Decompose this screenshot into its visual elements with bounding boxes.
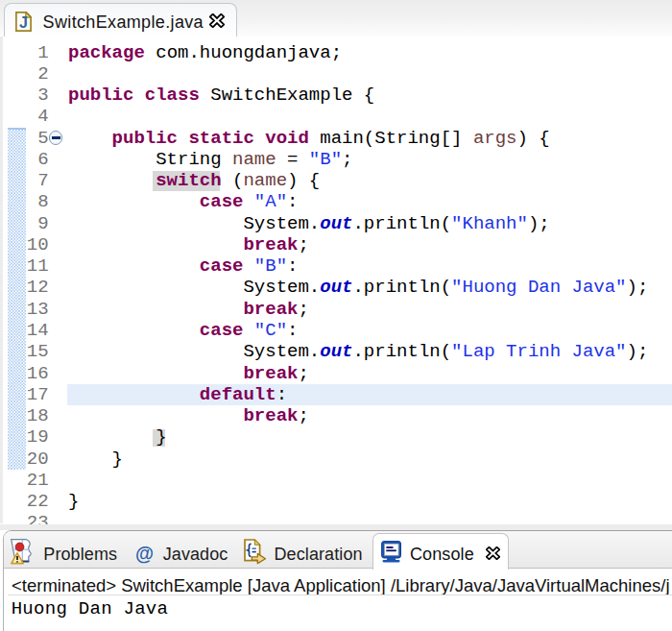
svg-text:J: J: [19, 14, 28, 31]
